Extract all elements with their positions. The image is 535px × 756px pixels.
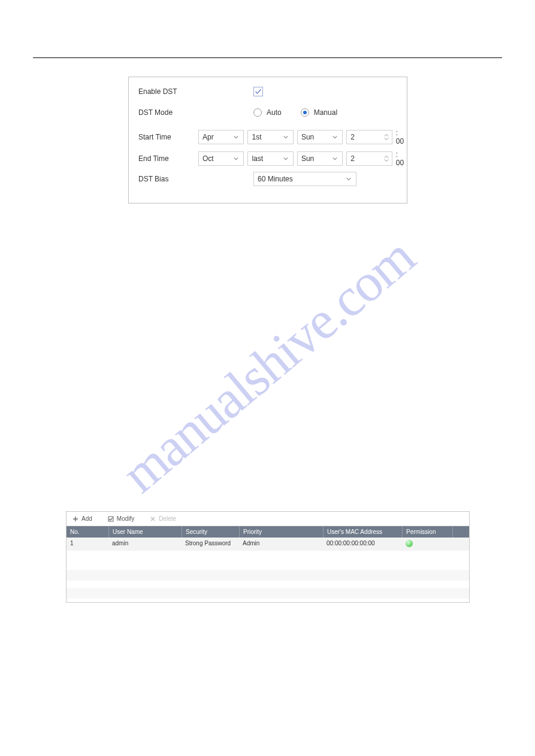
spinner-icon bbox=[382, 130, 391, 144]
start-day-select[interactable]: Sun bbox=[297, 130, 343, 144]
cell-mac: 00:00:00:00:00:00 bbox=[323, 538, 402, 551]
modify-user-button[interactable]: Modify bbox=[108, 515, 134, 522]
chevron-down-icon bbox=[281, 152, 291, 165]
add-user-button[interactable]: Add bbox=[72, 515, 92, 522]
chevron-down-icon bbox=[231, 130, 241, 144]
dst-mode-label: DST Mode bbox=[138, 108, 198, 117]
delete-label: Delete bbox=[159, 515, 176, 522]
col-no: No. bbox=[67, 526, 108, 538]
cell-no: 1 bbox=[67, 538, 108, 551]
add-label: Add bbox=[81, 515, 92, 522]
col-mac: User's MAC Address bbox=[323, 526, 402, 538]
end-day-select[interactable]: Sun bbox=[297, 151, 343, 166]
col-priority: Priority bbox=[239, 526, 323, 538]
dst-bias-value: 60 Minutes bbox=[258, 175, 293, 183]
col-permission: Permission bbox=[402, 526, 452, 538]
col-security: Security bbox=[182, 526, 239, 538]
dst-mode-auto-radio[interactable]: Auto bbox=[253, 108, 282, 117]
user-management-panel: Add Modify Delete No. User Name Security… bbox=[66, 511, 470, 603]
dst-bias-select[interactable]: 60 Minutes bbox=[253, 172, 356, 186]
col-spacer bbox=[452, 526, 469, 538]
end-minute-suffix: : 00 bbox=[396, 150, 408, 167]
check-icon bbox=[255, 88, 262, 95]
spinner-icon bbox=[382, 152, 391, 165]
chevron-down-icon bbox=[231, 152, 241, 165]
end-week-value: last bbox=[252, 154, 263, 163]
delete-user-button[interactable]: Delete bbox=[150, 515, 176, 522]
start-time-label: Start Time bbox=[138, 133, 198, 141]
end-time-group: Oct last Sun 2 : 0 bbox=[198, 150, 407, 167]
dst-mode-manual-radio[interactable]: Manual bbox=[301, 108, 337, 117]
end-month-value: Oct bbox=[202, 154, 214, 163]
watermark-text: manualshive.com bbox=[110, 226, 426, 505]
radio-icon bbox=[301, 108, 309, 117]
end-day-value: Sun bbox=[301, 154, 314, 163]
end-hour-value: 2 bbox=[350, 154, 355, 163]
edit-icon bbox=[108, 516, 114, 522]
start-month-select[interactable]: Apr bbox=[198, 130, 244, 144]
enable-dst-label: Enable DST bbox=[138, 87, 198, 96]
plus-icon bbox=[72, 516, 78, 522]
table-empty-area bbox=[67, 551, 469, 566]
end-month-select[interactable]: Oct bbox=[198, 151, 244, 166]
chevron-down-icon bbox=[344, 172, 353, 186]
delete-icon bbox=[150, 516, 156, 522]
start-week-value: 1st bbox=[252, 133, 261, 141]
chevron-down-icon bbox=[330, 130, 340, 144]
start-week-select[interactable]: 1st bbox=[247, 130, 293, 144]
permission-ok-icon bbox=[406, 540, 413, 547]
cell-security: Strong Password bbox=[182, 538, 239, 551]
start-hour-value: 2 bbox=[350, 133, 355, 141]
radio-icon bbox=[253, 108, 262, 117]
cell-user: admin bbox=[108, 538, 182, 551]
end-time-label: End Time bbox=[138, 154, 198, 163]
enable-dst-checkbox[interactable] bbox=[253, 87, 263, 96]
cell-priority: Admin bbox=[239, 538, 323, 551]
user-toolbar: Add Modify Delete bbox=[67, 512, 469, 526]
start-day-value: Sun bbox=[301, 133, 314, 141]
start-time-group: Apr 1st Sun 2 : 00 bbox=[198, 129, 407, 145]
col-user-name: User Name bbox=[108, 526, 182, 538]
chevron-down-icon bbox=[281, 130, 291, 144]
dst-mode-manual-label: Manual bbox=[314, 108, 337, 117]
start-minute-suffix: : 00 bbox=[396, 129, 408, 145]
user-table-header: No. User Name Security Priority User's M… bbox=[67, 526, 469, 538]
chevron-down-icon bbox=[330, 152, 340, 165]
start-month-value: Apr bbox=[202, 133, 214, 141]
cell-permission bbox=[402, 538, 452, 551]
table-stripe bbox=[67, 588, 469, 599]
start-hour-spinner[interactable]: 2 bbox=[346, 130, 392, 144]
dst-mode-auto-label: Auto bbox=[267, 108, 282, 117]
dst-settings-panel: Enable DST DST Mode Auto Manual Start bbox=[128, 77, 407, 204]
table-stripe bbox=[67, 570, 469, 581]
table-row[interactable]: 1 admin Strong Password Admin 00:00:00:0… bbox=[67, 538, 469, 551]
page-top-rule bbox=[33, 57, 502, 58]
end-week-select[interactable]: last bbox=[247, 151, 293, 166]
modify-label: Modify bbox=[117, 515, 134, 522]
cell-spacer bbox=[452, 538, 469, 551]
dst-bias-label: DST Bias bbox=[138, 175, 198, 183]
end-hour-spinner[interactable]: 2 bbox=[346, 151, 392, 166]
